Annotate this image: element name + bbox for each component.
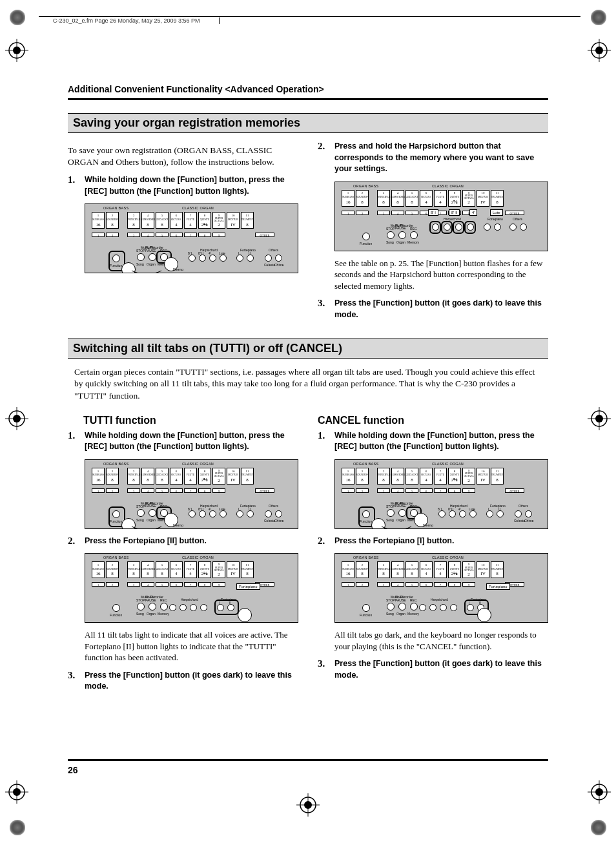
column-left: To save your own registration (ORGAN BAS… [68, 141, 298, 327]
document-page: C-230_02_e.fm Page 26 Monday, May 25, 20… [0, 0, 616, 845]
section-header: Additional Convenient Functionality <Adv… [68, 84, 548, 94]
step-text: While holding down the [Function] button… [334, 430, 548, 453]
svg-point-15 [595, 415, 603, 422]
step-text: Press the Fortepiano [I] button. [334, 536, 548, 547]
step-item: Press the Fortepiano [I] button. ORGAN B… [318, 536, 548, 652]
registration-mark-icon [5, 39, 28, 65]
heading-tutti-cancel: Switching all tilt tabs on (TUTTI) or of… [68, 339, 548, 359]
panel-figure: ORGAN BASSCLASSIC ORGAN 1SUBBASS16 2BOUR… [334, 553, 548, 623]
step-item: Press the [Function] button (it goes dar… [318, 298, 548, 320]
registration-mark-icon [588, 407, 611, 433]
step-description: All tilt tabs go dark, and the keyboard … [334, 629, 548, 652]
panel-figure: ORGAN BASSCLASSIC ORGAN 1SUBBASS16 2BOUR… [334, 182, 548, 251]
svg-point-19 [13, 788, 21, 796]
subheading-cancel: CANCEL function [318, 415, 548, 426]
column-left: TUTTI function While holding down the [F… [68, 410, 298, 699]
column-right: Press and hold the Harpsichord button th… [318, 141, 548, 327]
step-item: Press the Fortepiano [II] button. ORGAN … [68, 536, 298, 663]
registration-mark-icon [5, 780, 28, 806]
step-text: While holding down the [Function] button… [85, 174, 298, 197]
registration-mark-icon [5, 407, 28, 433]
crop-ornament-icon [591, 820, 606, 835]
step-description: All 11 tilt tabs light to indicate that … [85, 629, 298, 663]
step-item: Press the [Function] button (it goes dar… [318, 658, 548, 681]
svg-point-3 [13, 47, 21, 54]
step-item: Press and hold the Harpsichord button th… [318, 141, 548, 291]
step-text: Press the [Function] button (it goes dar… [334, 298, 548, 320]
step-item: While holding down the [Function] button… [68, 430, 298, 529]
divider [68, 98, 548, 100]
page-content: Additional Convenient Functionality <Adv… [68, 84, 548, 699]
svg-point-7 [595, 47, 603, 54]
panel-figure: ORGAN BASSCLASSIC ORGAN 1SUBBASS16 2BOUR… [85, 553, 298, 623]
intro-text: Certain organ pieces contain "TUTTI" sec… [68, 366, 548, 402]
subheading-tutti: TUTTI function [68, 415, 298, 426]
registration-mark-icon [588, 39, 611, 65]
crop-ornament-icon [10, 10, 25, 25]
step-item: While holding down the [Function] button… [318, 430, 548, 529]
step-text: Press and hold the Harpsichord button th… [334, 141, 548, 175]
svg-point-11 [13, 415, 21, 422]
page-number: 26 [68, 765, 78, 775]
step-text: Press the [Function] button (it goes dar… [85, 670, 298, 693]
panel-figure: ORGAN BASSCLASSIC ORGAN 1SUBBASS16 2BOUR… [334, 459, 548, 529]
intro-text: To save your own registration (ORGAN BAS… [68, 145, 298, 168]
column-right: CANCEL function While holding down the [… [318, 410, 548, 699]
step-item: Press the [Function] button (it goes dar… [68, 670, 298, 693]
trim-border [39, 16, 580, 17]
heading-saving-registration: Saving your organ registration memories [68, 113, 548, 133]
registration-mark-icon [296, 793, 320, 819]
svg-point-23 [595, 788, 603, 796]
step-item: While holding down the [Function] button… [68, 174, 298, 273]
step-description: See the table on p. 25. The [Function] b… [334, 258, 548, 292]
header-file-path: C-230_02_e.fm Page 26 Monday, May 25, 20… [53, 17, 220, 24]
panel-figure: ORGAN BASSCLASSIC ORGAN 1SUBBASS16 2BOUR… [85, 203, 298, 273]
step-text: Press the Fortepiano [II] button. [85, 536, 298, 547]
crop-ornament-icon [10, 820, 25, 835]
step-text: Press the [Function] button (it goes dar… [334, 658, 548, 681]
bottom-rule [68, 759, 548, 761]
panel-figure: ORGAN BASSCLASSIC ORGAN 1SUBBASS16 2BOUR… [85, 459, 298, 529]
crop-ornament-icon [591, 10, 606, 25]
svg-point-27 [304, 801, 312, 809]
registration-mark-icon [588, 780, 611, 806]
step-text: While holding down the [Function] button… [85, 430, 298, 453]
